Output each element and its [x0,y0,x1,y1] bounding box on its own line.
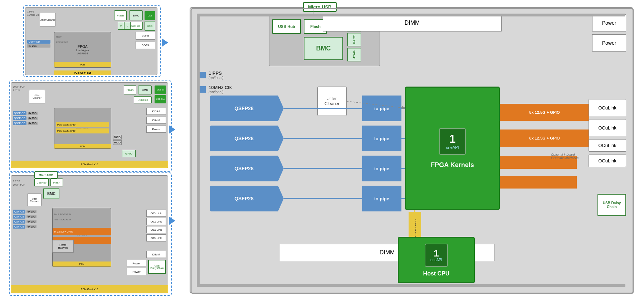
arrow-1 [162,38,168,47]
fpga-box-2: FPGA Intel AglexAGF027 PCIe Gen4 x GPIO … [54,108,111,149]
svg-rect-13 [197,14,200,287]
dimm-2: DIMM [146,117,166,124]
uart-main: UART [347,33,361,46]
small-diagram-2: 10MHz Clk 1 PPS JitterCleaner BMC Flash … [11,82,168,168]
usb-hub-2: USB Hub [134,96,152,103]
power-group: Power Power [592,14,626,52]
fpga-kernels-label: FPGA Kernels [431,161,474,169]
oculink-2: OCuLink [589,119,626,136]
hbm2-3: HBM2 HGbytes [52,240,74,253]
qsfp28-3: QSFP28 [210,156,278,181]
qsfp-group-3: QSFP28 4x 25G QSFP28 4x 25G QSFP28 4x 25… [13,210,36,229]
arrow-3 [169,216,175,225]
usb-daisy-3: USBDaisy Chain [148,260,166,274]
oculink-4: OCuLink [589,155,626,167]
fpga-kernels-main: 1 oneAPI FPGA Kernels [405,87,500,210]
oculink-1: OCuLink [589,99,626,116]
ddr4-1b: DDR4 [136,41,155,49]
signal-10mhz-label: 10MHz Clk [209,85,232,90]
svg-rect-14 [197,284,625,287]
usb-daisy-main: USB Daisy Chain [597,194,626,216]
oneapi-badge-2: 1 oneAPI [425,244,448,267]
qsfp-dd-1: QSFP-DD 8x 25G [27,40,50,48]
orange-bar-2: 8x 12.5G + GPIO [500,129,589,147]
recp-3b: RecP PCXXXXXX [54,219,72,221]
flash-2: Flash [124,85,136,94]
io-pipe-3: io pipe [362,156,401,181]
bmc-2: BMC [138,85,152,94]
small-diagram-3: Micro USB 1 PPS 10MHz Clk USBHub Flash B… [11,175,168,293]
jitter-cleaner-3: JitterCleaner [27,194,42,206]
signal-labels: 1 PPS (optional) 10MHz Clk (optional) [199,70,232,94]
io-pipe-1: io pipe [362,96,401,121]
dimm-top: DIMM [323,14,502,31]
usb-hub-main: USB Hub [272,19,301,34]
flash-3: Flash [50,179,63,186]
dimm-3: DIMM [146,251,166,258]
ddr4-2: DDR4 [146,108,166,115]
usb-labels-2: USB In USB Out [155,85,166,103]
power-1: Power [592,14,626,31]
host-cpu-label: Host CPU [423,270,450,277]
io-pipe-4: io pipe [362,186,401,211]
jitter-cleaner-1: Jitter Cleaner [40,13,56,26]
qsfp-group-2: QSFP-DD 8x 25G QSFP-DD 8x 25G QSFP-DD 8x… [13,111,38,125]
flash-1: Flash [114,10,127,20]
io-pipe-group: io pipe Io pipe io pipe io pipe [362,96,401,211]
host-cpu: 1 oneAPI Host CPU [398,237,475,283]
optional-inboard-text: Optional Inboard OCuLink Interfaces [551,153,587,160]
jitter-cleaner-main: Jitter Cleaner [317,87,347,116]
pcie-bar-3: PCIe Gen4 x16 [11,285,168,293]
oculink-group: OCuLink OCuLink OCuLink OCuLink [589,99,626,167]
fpga-box-3: FPGA Intel Stratix 10MX2100 4x 12.5G + G… [52,208,111,267]
qsfp28-4: QSFP28 [210,186,278,211]
jtag-main: JTAG [347,48,361,61]
gpio-2: GPIO [122,150,136,157]
fpga-box-1: FPGA Intel AglexAGF014 RecP PCXXXXXX PCI… [54,32,111,68]
arrow-2 [169,125,175,134]
signal-10mhz-icon [199,86,206,93]
bmc-main: BMC [304,37,343,60]
power-2: Power [592,34,626,52]
usb-hub-3: USBHub [34,179,49,186]
orange-bar-4 [500,176,577,189]
diagram-container: 1 PPS 10MHz Clk Jitter Cleaner BMC Flash [0,0,644,303]
micro-usb-main: Micro USB [303,2,337,12]
small-diagram-1: 1 PPS 10MHz Clk Jitter Cleaner BMC Flash [25,7,157,75]
signal-1pps-sub: (optional) [209,76,224,80]
qsfp28-2: QSFP28 [210,126,278,151]
power-3b: Power [127,268,146,275]
pcie-bar-2: PCIe Gen4 x16 [11,161,168,168]
jitter-cleaner-2: JitterCleaner [29,90,45,103]
io-pipe-2: Io pipe [362,126,401,151]
oculink-group-3: OCuLink OCuLink OCuLink OCuLink [146,210,166,241]
uart-1: U [124,22,131,30]
oculink-3: OCuLink [589,139,626,152]
power-2: Power [146,126,166,133]
left-panel: 1 PPS 10MHz Clk Jitter Cleaner BMC Flash [7,4,175,297]
micro-usb-3: Micro USB [34,171,58,179]
recp-3a: RecP PCXXXXXX [54,213,72,215]
power-3a: Power [127,260,146,267]
signal-1pps-icon [199,72,206,78]
debug-1: D [118,22,124,30]
signal-1pps-label: 1 PPS [209,70,224,76]
usb-labels-1: USB GPIO [145,11,155,31]
pcie-bar-1: PCIe Gen4 x16 [54,70,111,75]
signal-10mhz-sub: (optional) [209,90,232,94]
bmc-1: BMC [129,10,143,20]
main-diagram: Micro USB USB Hub Flash BMC Debug [190,7,633,293]
qsfp28-group: QSFP28 QSFP28 QSFP28 QSFP28 [210,96,278,211]
bmc-3: BMC [43,188,59,199]
qsfp28-1: QSFP28 [210,96,278,121]
orange-bar-1: 8x 12.5G + GPIO [500,104,589,121]
oneapi-badge-1: 1 oneAPI [439,128,466,155]
ddr4-1a: DDR4 [136,32,155,40]
